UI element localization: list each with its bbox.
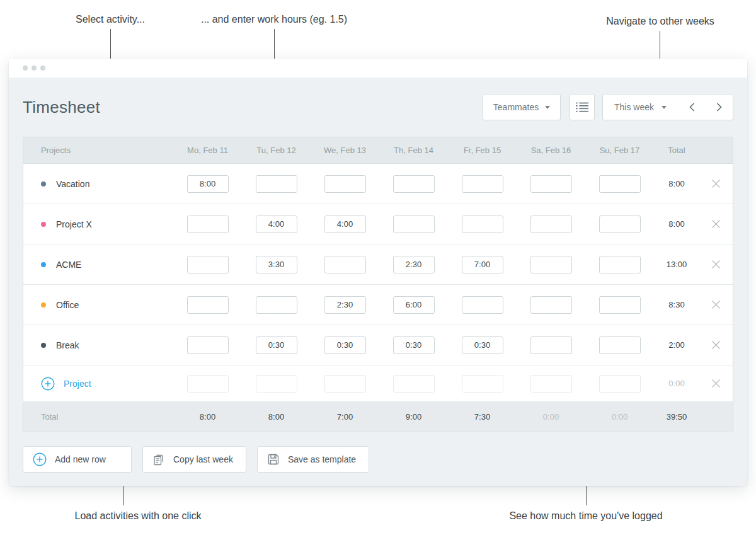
close-icon xyxy=(711,260,721,269)
close-icon xyxy=(711,179,721,188)
delete-row-button[interactable] xyxy=(709,376,723,391)
hour-input[interactable] xyxy=(393,256,435,273)
hour-input[interactable] xyxy=(187,175,229,193)
add-new-row-label: Add new row xyxy=(55,454,106,464)
hour-input[interactable] xyxy=(187,375,229,393)
hour-input[interactable] xyxy=(462,296,503,314)
table-body: Vacation 8:00 Project X 8:00 xyxy=(23,164,733,365)
column-header-total: Total xyxy=(654,146,699,155)
delete-row-button[interactable] xyxy=(709,297,723,312)
hour-input[interactable] xyxy=(324,336,366,354)
table-row: Break 2:00 xyxy=(23,325,733,365)
add-new-row-button[interactable]: Add new row xyxy=(23,446,132,473)
delete-row-button[interactable] xyxy=(709,257,723,272)
chevron-down-icon xyxy=(545,106,550,109)
hour-input[interactable] xyxy=(599,175,641,193)
hour-input[interactable] xyxy=(324,256,366,273)
hour-input[interactable] xyxy=(324,375,366,393)
day-total: 7:00 xyxy=(311,412,379,422)
hour-input[interactable] xyxy=(393,175,435,193)
hour-input[interactable] xyxy=(324,296,366,314)
teammates-label: Teammates xyxy=(493,102,539,112)
hour-input[interactable] xyxy=(462,215,503,233)
hour-input[interactable] xyxy=(530,215,572,233)
window-titlebar xyxy=(9,59,747,78)
table-row: Vacation 8:00 xyxy=(23,164,733,204)
project-cell[interactable]: Office xyxy=(23,300,173,310)
delete-row-button[interactable] xyxy=(709,338,723,352)
week-selector-dropdown[interactable]: This week xyxy=(603,95,678,120)
hour-input[interactable] xyxy=(256,256,297,273)
copy-icon xyxy=(152,453,165,466)
project-cell[interactable]: ACME xyxy=(23,260,173,270)
app-content: Timesheet Teammates xyxy=(9,78,747,486)
hour-input[interactable] xyxy=(187,256,229,273)
table-row: Project X 8:00 xyxy=(23,204,733,244)
project-name: Break xyxy=(56,340,79,350)
close-icon xyxy=(711,340,721,350)
hour-input[interactable] xyxy=(187,296,229,314)
hour-input[interactable] xyxy=(462,336,503,354)
timesheet-table: Projects Mo, Feb 11 Tu, Feb 12 We, Feb 1… xyxy=(23,137,733,432)
hour-input[interactable] xyxy=(530,296,572,314)
hour-input[interactable] xyxy=(324,215,366,233)
copy-last-week-button[interactable]: Copy last week xyxy=(142,446,246,473)
teammates-dropdown[interactable]: Teammates xyxy=(483,94,561,120)
delete-row-button[interactable] xyxy=(709,217,723,231)
day-total: 0:00 xyxy=(585,412,654,422)
project-cell[interactable]: Vacation xyxy=(23,179,173,189)
hour-input[interactable] xyxy=(256,215,297,233)
project-color-dot xyxy=(41,262,46,267)
hour-input[interactable] xyxy=(462,375,503,393)
hour-input[interactable] xyxy=(256,375,297,393)
hour-input[interactable] xyxy=(324,175,366,193)
hour-input[interactable] xyxy=(393,215,435,233)
hour-input[interactable] xyxy=(393,375,435,393)
hour-input[interactable] xyxy=(599,256,641,273)
hour-input[interactable] xyxy=(462,175,503,193)
hour-input[interactable] xyxy=(599,336,641,354)
previous-week-button[interactable] xyxy=(678,95,706,120)
day-total: 8:00 xyxy=(173,412,242,422)
column-header-projects: Projects xyxy=(23,146,173,155)
page: Select activity... ... and enter work ho… xyxy=(0,0,756,540)
row-total: 0:00 xyxy=(654,379,699,388)
hour-input[interactable] xyxy=(393,296,435,314)
hour-input[interactable] xyxy=(530,375,572,393)
hour-input[interactable] xyxy=(256,296,297,314)
top-bar: Timesheet Teammates xyxy=(23,78,733,137)
window-control-dot xyxy=(23,66,28,71)
save-as-template-label: Save as template xyxy=(288,454,356,464)
hour-input[interactable] xyxy=(599,296,641,314)
hour-input[interactable] xyxy=(599,215,641,233)
hour-input[interactable] xyxy=(530,175,572,193)
project-color-dot xyxy=(41,222,46,227)
add-project-link[interactable]: Project xyxy=(41,377,91,391)
week-grand-total: 39:50 xyxy=(654,412,699,422)
day-total: 9:00 xyxy=(379,412,448,422)
annotation-select-activity: Select activity... xyxy=(76,14,145,25)
hour-input[interactable] xyxy=(187,336,229,354)
hour-input[interactable] xyxy=(393,336,435,354)
window-control-dot xyxy=(40,66,45,71)
list-view-button[interactable] xyxy=(570,94,595,120)
hour-input[interactable] xyxy=(187,215,229,233)
project-name: ACME xyxy=(56,260,81,270)
project-cell[interactable]: Project X xyxy=(23,219,173,229)
row-total: 2:00 xyxy=(654,340,699,350)
hour-input[interactable] xyxy=(530,256,572,273)
hour-input[interactable] xyxy=(599,375,641,393)
next-week-button[interactable] xyxy=(706,95,733,120)
hour-input[interactable] xyxy=(256,175,297,193)
hour-input[interactable] xyxy=(256,336,297,354)
column-header-day: Th, Feb 14 xyxy=(379,146,448,155)
hour-input[interactable] xyxy=(462,256,503,273)
column-header-day: Tu, Feb 12 xyxy=(242,146,311,155)
save-as-template-button[interactable]: Save as template xyxy=(257,446,369,473)
hour-input[interactable] xyxy=(530,336,572,354)
row-total: 8:00 xyxy=(654,179,699,188)
delete-row-button[interactable] xyxy=(709,176,723,191)
plus-circle-icon xyxy=(33,452,47,466)
row-total: 8:00 xyxy=(654,219,699,229)
project-cell[interactable]: Break xyxy=(23,340,173,350)
